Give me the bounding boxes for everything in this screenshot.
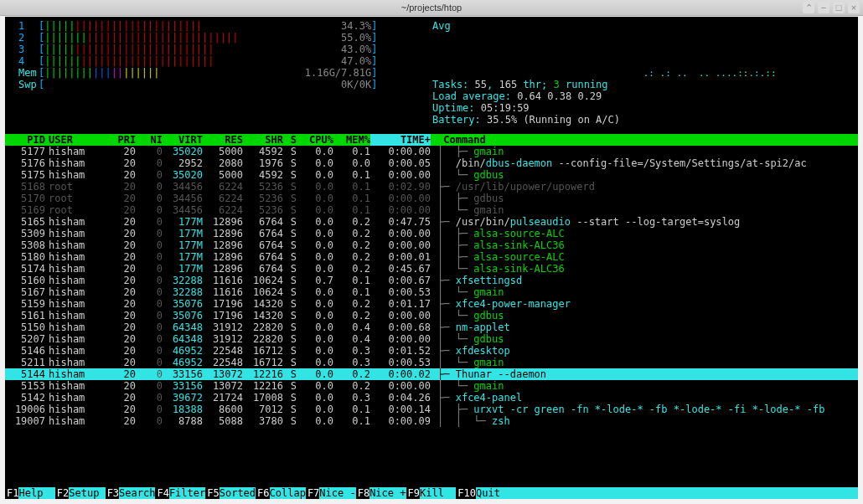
window-titlebar: ~/projects/htop ⌃ − □ × [0,0,863,16]
fkey-F4[interactable]: F4 [155,487,168,499]
process-row[interactable]: 5153hisham200331561307212216S0.00.20:00.… [5,380,858,392]
col-virt[interactable]: VIRT [163,134,203,146]
fkey-label[interactable]: Nice - [319,487,355,499]
process-row[interactable]: 5168root2003445662245236S0.00.10:02.90├─… [5,181,858,193]
process-list[interactable]: 5177hisham2003502050004592S0.00.10:00.00… [5,146,858,427]
fkey-F3[interactable]: F3 [106,487,119,499]
process-row[interactable]: 5150hisham200643483191222820S0.00.40:00.… [5,321,858,333]
terminal[interactable]: 1[||||||||||||||||||||||||||34.3%]Avg2[|… [5,17,858,499]
col-time[interactable]: TIME+ [370,134,431,146]
fkey-label[interactable]: Quit [476,487,512,499]
process-row[interactable]: 5309hisham200177M128966764S0.00.20:00.00… [5,228,858,239]
process-row[interactable]: 5160hisham200322881161610624S0.70.10:00.… [5,275,858,286]
window-title: ~/projects/htop [401,3,462,13]
fkey-label[interactable]: Sorted [220,487,256,499]
process-row[interactable]: 5170root2003445662245236S0.00.10:00.00│ … [5,193,858,204]
fkey-label[interactable]: Help [18,487,54,499]
fkey-F9[interactable]: F9 [406,487,420,499]
col-cpu[interactable]: CPU% [297,134,333,146]
fkey-label[interactable]: Collap [270,487,306,499]
process-row[interactable]: 5211hisham200469522254816712S0.00.30:00.… [5,357,858,368]
process-row[interactable]: 19006hisham2001838886007012S0.00.10:00.1… [5,404,858,415]
col-res[interactable]: RES [203,134,243,146]
col-pri[interactable]: PRI [106,134,136,146]
process-row[interactable]: 5165hisham200177M128966764S0.00.20:47.75… [5,216,858,228]
window-controls: ⌃ − □ × [803,2,860,13]
col-pid[interactable]: PID [5,134,49,146]
process-row[interactable]: 5159hisham200350761719614320S0.00.20:01.… [5,298,858,310]
fkey-F5[interactable]: F5 [205,487,219,499]
process-row[interactable]: 5207hisham200643483191222820S0.00.40:00.… [5,333,858,345]
minimize-button[interactable]: − [818,2,829,13]
col-s[interactable]: S [283,134,297,146]
fkey-label[interactable]: Nice + [369,487,406,499]
fkey-F8[interactable]: F8 [356,487,369,499]
fkey-label[interactable]: Setup [69,487,105,499]
process-row[interactable]: 19007hisham200878850883780S0.00.10:00.09… [5,415,858,427]
fkey-label[interactable]: Kill [420,487,456,499]
col-command[interactable]: Command [431,134,858,146]
col-user[interactable]: USER [49,134,106,146]
close-button[interactable]: × [848,2,860,13]
fkey-F2[interactable]: F2 [55,487,69,499]
process-row[interactable]: 5180hisham200177M128966764S0.00.20:00.01… [5,251,858,263]
col-shr[interactable]: SHR [243,134,283,146]
terminal-window: ~/projects/htop ⌃ − □ × 1[||||||||||||||… [0,0,863,504]
maximize-button[interactable]: □ [833,2,845,13]
col-ni[interactable]: NI [136,134,163,146]
process-row[interactable]: 5177hisham2003502050004592S0.00.10:00.00… [5,146,858,157]
fkey-label[interactable]: Search [119,487,155,499]
col-mem[interactable]: MEM% [333,134,370,146]
roll-up-button[interactable]: ⌃ [803,2,814,13]
process-row[interactable]: 5142hisham200396722172417008S0.00.30:04.… [5,392,858,404]
fkey-F1[interactable]: F1 [5,487,18,499]
process-row[interactable]: 5174hisham200177M128966764S0.00.20:45.67… [5,263,858,275]
fkey-F7[interactable]: F7 [306,487,319,499]
process-row[interactable]: 5169root2003445662245236S0.00.10:00.00│ … [5,204,858,216]
process-row[interactable]: 5176hisham200295220801976S0.00.00:00.05│… [5,157,858,169]
process-row[interactable]: 5175hisham2003502050004592S0.00.10:00.00… [5,169,858,181]
fkey-F10[interactable]: F10 [456,487,476,499]
process-row[interactable]: 5146hisham200469522254816712S0.00.30:01.… [5,345,858,357]
process-row[interactable]: 5144hisham200331561307212216S0.00.20:00.… [5,368,858,380]
function-key-bar: F1Help F2Setup F3SearchF4FilterF5SortedF… [5,487,858,499]
process-row[interactable]: 5167hisham200322881161610624S0.00.10:00.… [5,286,858,298]
fkey-label[interactable]: Filter [169,487,205,499]
process-row[interactable]: 5308hisham200177M128966764S0.00.20:00.00… [5,239,858,251]
process-row[interactable]: 5161hisham200350761719614320S0.00.20:00.… [5,310,858,321]
avg-label: Avg [432,20,451,32]
column-header[interactable]: PID USER PRI NI VIRT RES SHR S CPU% MEM%… [5,134,858,146]
fkey-F6[interactable]: F6 [256,487,269,499]
